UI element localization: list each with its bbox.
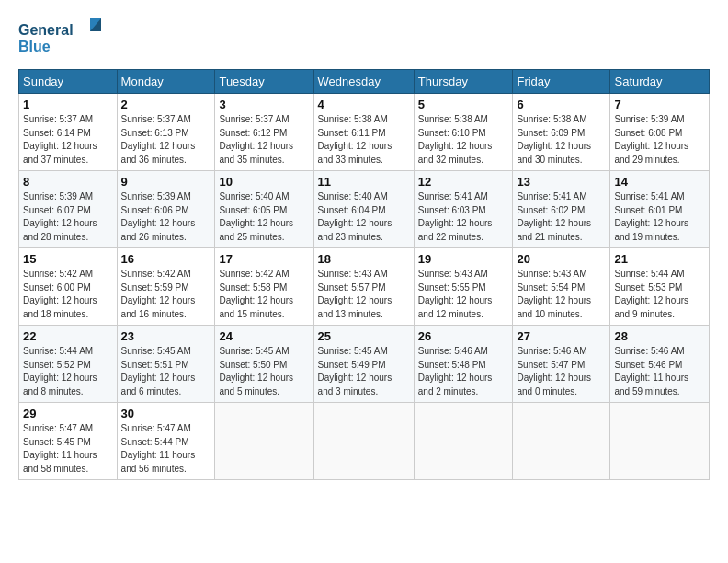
weekday-header-monday: Monday bbox=[117, 70, 215, 94]
calendar-cell bbox=[414, 403, 513, 480]
day-number: 30 bbox=[121, 407, 211, 420]
day-number: 20 bbox=[517, 252, 606, 266]
day-number: 7 bbox=[614, 98, 705, 111]
day-info: Sunrise: 5:43 AM Sunset: 5:55 PM Dayligh… bbox=[418, 268, 509, 321]
day-info: Sunrise: 5:45 AM Sunset: 5:51 PM Dayligh… bbox=[121, 345, 211, 398]
calendar-cell: 11Sunrise: 5:40 AM Sunset: 6:04 PM Dayli… bbox=[313, 171, 414, 248]
calendar-cell bbox=[513, 403, 610, 480]
day-number: 3 bbox=[219, 98, 309, 111]
weekday-header-thursday: Thursday bbox=[414, 70, 513, 94]
day-info: Sunrise: 5:45 AM Sunset: 5:49 PM Dayligh… bbox=[318, 345, 410, 398]
day-info: Sunrise: 5:44 AM Sunset: 5:52 PM Dayligh… bbox=[23, 345, 113, 398]
day-number: 24 bbox=[219, 329, 309, 343]
day-number: 23 bbox=[121, 329, 211, 343]
day-number: 1 bbox=[23, 98, 113, 111]
day-number: 4 bbox=[318, 98, 410, 111]
logo: General Blue bbox=[18, 17, 101, 58]
day-number: 27 bbox=[517, 329, 606, 343]
day-info: Sunrise: 5:46 AM Sunset: 5:48 PM Dayligh… bbox=[418, 345, 509, 398]
calendar-cell: 7Sunrise: 5:39 AM Sunset: 6:08 PM Daylig… bbox=[610, 94, 710, 171]
calendar-cell: 14Sunrise: 5:41 AM Sunset: 6:01 PM Dayli… bbox=[610, 171, 710, 248]
weekday-header-tuesday: Tuesday bbox=[215, 70, 313, 94]
day-number: 5 bbox=[418, 98, 509, 111]
day-number: 28 bbox=[614, 329, 705, 343]
day-number: 22 bbox=[23, 329, 113, 343]
calendar-cell: 18Sunrise: 5:43 AM Sunset: 5:57 PM Dayli… bbox=[313, 248, 414, 326]
svg-text:Blue: Blue bbox=[18, 39, 51, 54]
day-info: Sunrise: 5:43 AM Sunset: 5:57 PM Dayligh… bbox=[318, 268, 410, 321]
day-number: 10 bbox=[219, 175, 309, 189]
calendar-cell bbox=[313, 403, 414, 480]
day-info: Sunrise: 5:42 AM Sunset: 6:00 PM Dayligh… bbox=[23, 268, 113, 321]
weekday-header-friday: Friday bbox=[513, 70, 610, 94]
day-info: Sunrise: 5:46 AM Sunset: 5:46 PM Dayligh… bbox=[614, 345, 705, 398]
page-header: General Blue bbox=[18, 17, 710, 58]
day-info: Sunrise: 5:37 AM Sunset: 6:12 PM Dayligh… bbox=[219, 113, 309, 167]
day-number: 29 bbox=[23, 407, 113, 420]
calendar-cell: 27Sunrise: 5:46 AM Sunset: 5:47 PM Dayli… bbox=[513, 326, 610, 403]
calendar-cell: 22Sunrise: 5:44 AM Sunset: 5:52 PM Dayli… bbox=[19, 326, 118, 403]
calendar-cell: 10Sunrise: 5:40 AM Sunset: 6:05 PM Dayli… bbox=[215, 171, 313, 248]
calendar-cell: 15Sunrise: 5:42 AM Sunset: 6:00 PM Dayli… bbox=[19, 248, 118, 326]
calendar-cell: 20Sunrise: 5:43 AM Sunset: 5:54 PM Dayli… bbox=[513, 248, 610, 326]
calendar-cell: 28Sunrise: 5:46 AM Sunset: 5:46 PM Dayli… bbox=[610, 326, 710, 403]
calendar-cell: 13Sunrise: 5:41 AM Sunset: 6:02 PM Dayli… bbox=[513, 171, 610, 248]
day-info: Sunrise: 5:42 AM Sunset: 5:59 PM Dayligh… bbox=[121, 268, 211, 321]
calendar-cell bbox=[610, 403, 710, 480]
calendar-cell: 6Sunrise: 5:38 AM Sunset: 6:09 PM Daylig… bbox=[513, 94, 610, 171]
day-number: 9 bbox=[121, 175, 211, 189]
logo-svg: General Blue bbox=[18, 17, 101, 58]
day-number: 14 bbox=[614, 175, 705, 189]
weekday-header-wednesday: Wednesday bbox=[313, 70, 414, 94]
svg-text:General: General bbox=[18, 22, 74, 38]
calendar-cell: 8Sunrise: 5:39 AM Sunset: 6:07 PM Daylig… bbox=[19, 171, 118, 248]
calendar-cell: 9Sunrise: 5:39 AM Sunset: 6:06 PM Daylig… bbox=[117, 171, 215, 248]
day-info: Sunrise: 5:38 AM Sunset: 6:10 PM Dayligh… bbox=[418, 113, 509, 167]
calendar-table: SundayMondayTuesdayWednesdayThursdayFrid… bbox=[18, 69, 710, 480]
day-info: Sunrise: 5:40 AM Sunset: 6:05 PM Dayligh… bbox=[219, 190, 309, 244]
day-info: Sunrise: 5:37 AM Sunset: 6:14 PM Dayligh… bbox=[23, 113, 113, 167]
calendar-cell: 16Sunrise: 5:42 AM Sunset: 5:59 PM Dayli… bbox=[117, 248, 215, 326]
day-number: 8 bbox=[23, 175, 113, 189]
day-info: Sunrise: 5:39 AM Sunset: 6:07 PM Dayligh… bbox=[23, 190, 113, 244]
calendar-cell: 24Sunrise: 5:45 AM Sunset: 5:50 PM Dayli… bbox=[215, 326, 313, 403]
calendar-cell: 12Sunrise: 5:41 AM Sunset: 6:03 PM Dayli… bbox=[414, 171, 513, 248]
day-info: Sunrise: 5:40 AM Sunset: 6:04 PM Dayligh… bbox=[318, 190, 410, 244]
day-number: 18 bbox=[318, 252, 410, 266]
calendar-cell: 1Sunrise: 5:37 AM Sunset: 6:14 PM Daylig… bbox=[19, 94, 118, 171]
calendar-cell: 19Sunrise: 5:43 AM Sunset: 5:55 PM Dayli… bbox=[414, 248, 513, 326]
day-info: Sunrise: 5:47 AM Sunset: 5:44 PM Dayligh… bbox=[121, 422, 211, 476]
calendar-cell: 3Sunrise: 5:37 AM Sunset: 6:12 PM Daylig… bbox=[215, 94, 313, 171]
day-info: Sunrise: 5:47 AM Sunset: 5:45 PM Dayligh… bbox=[23, 422, 113, 476]
calendar-cell: 25Sunrise: 5:45 AM Sunset: 5:49 PM Dayli… bbox=[313, 326, 414, 403]
day-info: Sunrise: 5:41 AM Sunset: 6:02 PM Dayligh… bbox=[517, 190, 606, 244]
calendar-cell: 17Sunrise: 5:42 AM Sunset: 5:58 PM Dayli… bbox=[215, 248, 313, 326]
day-info: Sunrise: 5:38 AM Sunset: 6:09 PM Dayligh… bbox=[517, 113, 606, 167]
day-info: Sunrise: 5:45 AM Sunset: 5:50 PM Dayligh… bbox=[219, 345, 309, 398]
calendar-cell: 26Sunrise: 5:46 AM Sunset: 5:48 PM Dayli… bbox=[414, 326, 513, 403]
day-info: Sunrise: 5:44 AM Sunset: 5:53 PM Dayligh… bbox=[614, 268, 705, 321]
day-number: 16 bbox=[121, 252, 211, 266]
day-info: Sunrise: 5:42 AM Sunset: 5:58 PM Dayligh… bbox=[219, 268, 309, 321]
calendar-cell: 30Sunrise: 5:47 AM Sunset: 5:44 PM Dayli… bbox=[117, 403, 215, 480]
day-info: Sunrise: 5:37 AM Sunset: 6:13 PM Dayligh… bbox=[121, 113, 211, 167]
day-info: Sunrise: 5:41 AM Sunset: 6:01 PM Dayligh… bbox=[614, 190, 705, 244]
day-info: Sunrise: 5:39 AM Sunset: 6:08 PM Dayligh… bbox=[614, 113, 705, 167]
weekday-header-sunday: Sunday bbox=[19, 70, 118, 94]
day-number: 26 bbox=[418, 329, 509, 343]
calendar-cell: 23Sunrise: 5:45 AM Sunset: 5:51 PM Dayli… bbox=[117, 326, 215, 403]
day-number: 25 bbox=[318, 329, 410, 343]
calendar-cell: 29Sunrise: 5:47 AM Sunset: 5:45 PM Dayli… bbox=[19, 403, 118, 480]
day-number: 17 bbox=[219, 252, 309, 266]
day-number: 15 bbox=[23, 252, 113, 266]
weekday-header-saturday: Saturday bbox=[610, 70, 710, 94]
calendar-cell bbox=[215, 403, 313, 480]
day-number: 21 bbox=[614, 252, 705, 266]
day-number: 11 bbox=[318, 175, 410, 189]
calendar-cell: 21Sunrise: 5:44 AM Sunset: 5:53 PM Dayli… bbox=[610, 248, 710, 326]
day-info: Sunrise: 5:38 AM Sunset: 6:11 PM Dayligh… bbox=[318, 113, 410, 167]
calendar-cell: 4Sunrise: 5:38 AM Sunset: 6:11 PM Daylig… bbox=[313, 94, 414, 171]
day-number: 13 bbox=[517, 175, 606, 189]
day-info: Sunrise: 5:39 AM Sunset: 6:06 PM Dayligh… bbox=[121, 190, 211, 244]
day-info: Sunrise: 5:46 AM Sunset: 5:47 PM Dayligh… bbox=[517, 345, 606, 398]
